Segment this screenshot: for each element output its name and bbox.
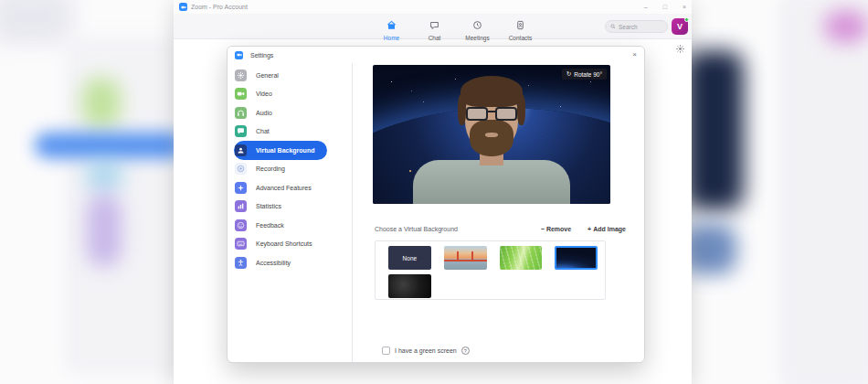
rotate-90-button[interactable]: ↻ Rotate 90° — [562, 69, 607, 80]
help-icon[interactable]: ? — [461, 347, 470, 355]
smiley-icon — [235, 219, 247, 231]
background-thumb-none[interactable]: None — [388, 246, 431, 270]
backdrop-blob — [778, 0, 868, 384]
search-icon — [610, 24, 616, 29]
top-navigation: Home Chat Meetings — [174, 14, 692, 39]
nav-label: Meetings — [465, 35, 489, 41]
add-image-button[interactable]: + Add Image — [587, 226, 626, 232]
green-screen-checkbox[interactable] — [382, 347, 390, 355]
sidebar-item-accessibility[interactable]: Accessibility — [234, 253, 327, 272]
background-thumb-earth-selected[interactable] — [555, 246, 598, 270]
backdrop-blob — [685, 50, 744, 210]
rotate-icon: ↻ — [566, 70, 571, 78]
home-icon — [386, 17, 397, 34]
green-screen-label: I have a green screen — [395, 347, 457, 354]
settings-dialog-header: Settings × — [228, 47, 644, 63]
backdrop-blob — [87, 194, 122, 267]
sidebar-item-general[interactable]: General — [234, 66, 327, 85]
sidebar-item-virtual-background[interactable]: Virtual Background — [234, 141, 327, 160]
maximize-button[interactable]: □ — [663, 4, 667, 10]
nav-tab-contacts[interactable]: Contacts — [499, 16, 542, 41]
chat-bubble-icon — [429, 17, 439, 34]
backdrop-blob — [64, 37, 183, 375]
nav-label: Contacts — [509, 35, 533, 41]
contact-card-icon — [515, 17, 525, 34]
sidebar-item-feedback[interactable]: Feedback — [234, 216, 327, 235]
minimize-button[interactable]: – — [644, 4, 648, 10]
virtual-background-panel: ↻ Rotate 90° Choose a Virtual Background… — [353, 63, 644, 363]
nav-tab-chat[interactable]: Chat — [413, 16, 456, 41]
desktop: Zoom - Pro Account – □ × Home — [0, 0, 868, 384]
title-bar[interactable]: Zoom - Pro Account – □ × — [174, 0, 692, 14]
backdrop-blob — [0, 0, 73, 44]
headphones-icon — [235, 107, 247, 119]
accessibility-icon — [235, 257, 247, 269]
search-box[interactable] — [605, 20, 668, 33]
sidebar-item-advanced-features[interactable]: Advanced Features — [234, 178, 327, 197]
background-thumbnail-gallery: None — [375, 240, 606, 300]
zoom-logo-icon — [179, 3, 187, 11]
settings-dialog: Settings × General V — [227, 46, 645, 363]
person-photo-icon — [235, 144, 247, 156]
choose-background-label: Choose a Virtual Background — [375, 226, 458, 232]
remove-button[interactable]: − Remove — [541, 226, 571, 232]
sidebar-item-chat[interactable]: Chat — [234, 123, 327, 142]
backdrop-blob — [35, 133, 183, 158]
search-input[interactable] — [619, 24, 662, 30]
close-button[interactable]: × — [683, 4, 686, 10]
backdrop-blob — [85, 161, 123, 190]
camera-preview: ↻ Rotate 90° — [373, 65, 610, 204]
green-screen-option: I have a green screen ? — [382, 347, 470, 355]
background-thumb-custom-dark[interactable] — [388, 274, 431, 298]
backdrop-blob — [824, 11, 868, 42]
dialog-close-button[interactable]: × — [632, 51, 637, 59]
zoom-main-window: Zoom - Pro Account – □ × Home — [174, 0, 692, 384]
person-glasses — [464, 107, 519, 122]
record-icon — [235, 163, 247, 175]
sidebar-item-audio[interactable]: Audio — [234, 103, 327, 123]
avatar[interactable]: V — [672, 18, 688, 35]
city-lights-decoration — [409, 170, 411, 172]
plus-icon: + — [587, 226, 591, 232]
sidebar-item-statistics[interactable]: Statistics — [234, 197, 327, 217]
person-torso — [413, 160, 570, 204]
backdrop-blob — [82, 78, 121, 128]
window-title: Zoom - Pro Account — [191, 4, 248, 10]
stars-decoration — [373, 65, 374, 66]
person-hair — [460, 76, 523, 107]
nav-label: Chat — [429, 35, 441, 41]
nav-label: Home — [384, 35, 399, 41]
chat-bubble-icon — [235, 125, 247, 137]
keyboard-icon — [235, 238, 247, 250]
minus-icon: − — [541, 226, 545, 232]
gear-icon — [235, 69, 247, 81]
background-thumb-grass[interactable] — [500, 246, 543, 270]
sidebar-item-video[interactable]: Video — [234, 85, 327, 104]
settings-gear-icon[interactable] — [675, 44, 685, 54]
online-status-dot — [684, 17, 689, 22]
sidebar-item-keyboard-shortcuts[interactable]: Keyboard Shortcuts — [234, 235, 327, 254]
video-camera-icon — [235, 88, 247, 100]
person-beard — [470, 120, 513, 156]
settings-sidebar: General Video Audio — [228, 63, 353, 363]
sparkle-icon — [235, 182, 247, 194]
dialog-title: Settings — [250, 52, 273, 59]
bar-chart-icon — [235, 200, 247, 212]
person-mouth — [485, 133, 498, 137]
background-thumb-golden-gate-bridge[interactable] — [444, 246, 487, 270]
nav-tab-meetings[interactable]: Meetings — [456, 16, 499, 41]
sidebar-item-recording[interactable]: Recording — [234, 160, 327, 179]
zoom-logo-icon — [235, 51, 243, 59]
clock-icon — [472, 17, 482, 34]
avatar-initial: V — [677, 22, 683, 31]
nav-tab-home[interactable]: Home — [370, 16, 413, 41]
